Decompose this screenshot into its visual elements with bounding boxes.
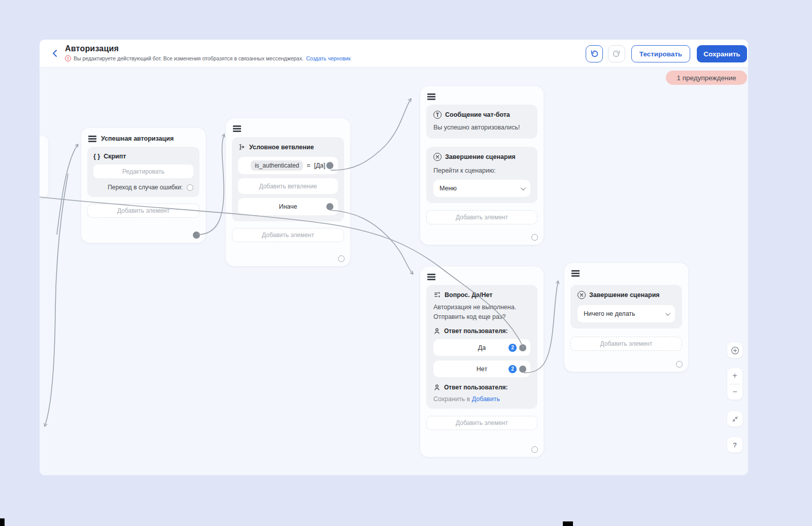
add-element-button[interactable]: Добавить элемент <box>87 204 199 218</box>
branch-yes-port[interactable] <box>326 162 333 169</box>
edge-into-success-auth <box>57 144 78 235</box>
scenario-select[interactable]: Меню <box>433 180 530 197</box>
connection-count-badge[interactable]: 2 <box>509 344 517 352</box>
question-text: Авторизация не выполнена. Отправить код … <box>433 303 530 322</box>
drag-handle-icon[interactable] <box>427 93 435 100</box>
node-question-header <box>420 267 544 285</box>
user-answer-label-2: Ответ пользователя: <box>444 384 508 391</box>
add-branch-button[interactable]: Добавить ветвление <box>238 178 338 194</box>
person-icon <box>433 384 441 391</box>
braces-icon: { } <box>93 153 100 160</box>
answer-no-port[interactable] <box>519 366 526 373</box>
editor-header: Авторизация Вы редактируете действующий … <box>40 40 748 68</box>
condition-card: Условное ветвление is_authenticated = [Д… <box>232 137 344 221</box>
drag-handle-icon[interactable] <box>88 136 96 142</box>
test-button[interactable]: Тестировать <box>631 45 690 62</box>
answer-no-row[interactable]: Нет 2 <box>433 360 530 377</box>
node-condition[interactable]: Условное ветвление is_authenticated = [Д… <box>226 118 350 266</box>
else-label: Иначе <box>279 203 297 210</box>
next-step-port[interactable] <box>531 446 538 453</box>
offscreen-node-edge <box>40 136 48 198</box>
condition-card-title: Условное ветвление <box>238 143 338 151</box>
end-title: Завершение сценария <box>589 291 660 299</box>
zoom-in-button[interactable]: + <box>727 368 742 384</box>
chevron-left-icon <box>50 48 61 59</box>
desktop: { "header": { "title": "Авторизация", "w… <box>0 0 812 526</box>
bot-message-title: Сообщение чат-бота <box>445 111 510 118</box>
add-element-button[interactable]: Добавить элемент <box>570 337 682 351</box>
title-block: Авторизация Вы редактируете действующий … <box>65 44 351 61</box>
else-row[interactable]: Иначе <box>238 198 338 215</box>
end-scenario-icon <box>433 153 442 161</box>
redo-button[interactable] <box>608 45 625 62</box>
bot-message-card-title: Сообщение чат-бота <box>433 111 530 119</box>
edit-script-button[interactable]: Редактировать <box>93 165 193 178</box>
text-message-icon <box>433 111 442 119</box>
back-button[interactable] <box>50 48 61 59</box>
add-element-button[interactable]: Добавить элемент <box>232 228 344 242</box>
user-answer-row-2: Ответ пользователя: <box>433 384 530 391</box>
flow-editor-panel: Авторизация Вы редактируете действующий … <box>40 40 748 475</box>
node-end-scenario[interactable]: Завершение сценария Ничего не делать Доб… <box>564 263 688 372</box>
next-step-port[interactable] <box>338 255 345 262</box>
script-label: Скрипт <box>104 153 126 160</box>
redo-icon <box>612 49 621 58</box>
answer-no-label: Нет <box>477 366 487 373</box>
end-action-select[interactable]: Ничего не делать <box>578 305 675 322</box>
condition-title: Условное ветвление <box>249 144 314 151</box>
end-card-title: Завершение сценария <box>578 291 675 299</box>
page-title: Авторизация <box>65 44 351 53</box>
question-text-line1: Авторизация не выполнена. <box>433 303 530 312</box>
save-button[interactable]: Сохранить <box>697 45 747 62</box>
add-node-button[interactable] <box>727 343 742 358</box>
fit-view-button[interactable] <box>727 411 742 426</box>
undo-icon <box>590 49 599 58</box>
output-port[interactable] <box>193 232 200 239</box>
error-transition-label: Переход в случае ошибки: <box>108 184 183 191</box>
screen-artifact <box>563 521 573 526</box>
person-icon <box>433 327 441 335</box>
question-text-line2: Отправить код еще раз? <box>433 312 530 322</box>
undo-button[interactable] <box>586 45 603 62</box>
error-port[interactable] <box>187 184 193 191</box>
node-end-header <box>564 263 688 285</box>
node-success-auth[interactable]: Успешная авторизация { } Скрипт Редактир… <box>81 128 206 243</box>
screen-artifact <box>0 518 5 526</box>
drag-handle-icon[interactable] <box>427 274 435 280</box>
node-bot-message-header <box>420 86 544 105</box>
condition-branch-row[interactable]: is_authenticated = [Да] <box>238 157 338 174</box>
node-question-yes-no[interactable]: Вопрос. Да/Нет Авторизация не выполнена.… <box>420 267 544 457</box>
help-button[interactable]: ? <box>727 437 742 452</box>
answer-yes-label: Да <box>478 344 486 351</box>
connection-count-badge[interactable]: 2 <box>509 365 517 373</box>
next-step-port[interactable] <box>531 234 538 241</box>
edit-warning-row: Вы редактируете действующий бот. Все изм… <box>65 55 351 61</box>
node-bot-message[interactable]: Сообщение чат-бота Вы успешно авторизова… <box>420 86 544 245</box>
warnings-count-badge[interactable]: 1 предупреждение <box>666 71 747 85</box>
save-to-add-link[interactable]: Добавить <box>472 396 500 403</box>
save-to-label: Сохранить в <box>433 396 470 403</box>
chevron-down-icon <box>521 185 526 190</box>
question-title: Вопрос. Да/Нет <box>445 291 492 299</box>
scenario-select-value: Меню <box>439 185 457 192</box>
user-answer-label: Ответ пользователя: <box>444 327 508 335</box>
else-port[interactable] <box>326 203 333 210</box>
add-element-button[interactable]: Добавить элемент <box>426 416 537 430</box>
end-action-value: Ничего не делать <box>584 310 635 317</box>
goto-scenario-label: Перейти к сценарию: <box>433 166 530 176</box>
node-title: Успешная авторизация <box>101 135 174 142</box>
next-step-port[interactable] <box>676 361 683 368</box>
zoom-out-button[interactable]: − <box>727 384 742 400</box>
answer-no-controls: 2 <box>509 365 526 373</box>
bot-message-text: Вы успешно авторизовались! <box>433 123 530 133</box>
answer-yes-port[interactable] <box>519 344 526 351</box>
node-success-auth-header: Успешная авторизация <box>81 128 206 147</box>
answer-yes-row[interactable]: Да 2 <box>433 339 530 356</box>
add-element-button[interactable]: Добавить элемент <box>426 210 537 224</box>
branch-icon <box>238 143 246 151</box>
drag-handle-icon[interactable] <box>233 125 241 132</box>
answer-yes-controls: 2 <box>509 344 526 352</box>
drag-handle-icon[interactable] <box>571 270 580 277</box>
create-draft-link[interactable]: Создать черновик <box>306 55 351 61</box>
script-card-title: { } Скрипт <box>93 153 193 160</box>
